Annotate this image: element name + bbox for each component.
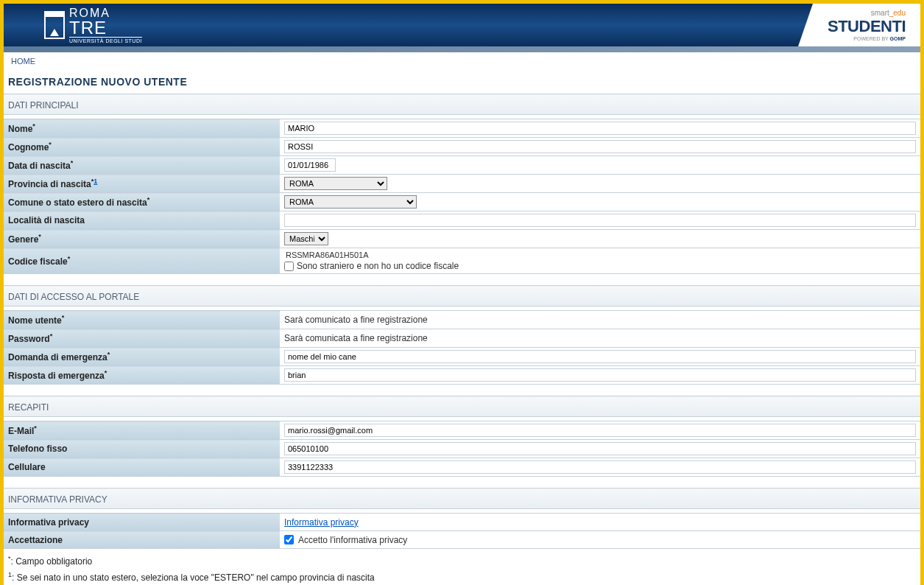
label-comune-nascita: Comune o stato estero di nascita* — [4, 193, 280, 211]
studenti-label: STUDENTI — [828, 17, 906, 36]
powered-label: POWERED BY — [853, 36, 889, 41]
label-accettazione: Accettazione — [4, 531, 280, 549]
footnote-estero: : Se sei nato in uno stato estero, selez… — [12, 572, 375, 583]
risposta-emergenza-input[interactable] — [284, 368, 916, 382]
edu-label: _edu — [889, 9, 906, 17]
provincia-select[interactable]: ROMA — [284, 177, 387, 190]
footnotes: *: Campo obbligatorio 1: Se sei nato in … — [4, 549, 920, 585]
gomp-label: GOMP — [890, 36, 906, 41]
label-email: E-Mail* — [4, 421, 280, 440]
cognome-input[interactable] — [284, 140, 916, 153]
codice-fiscale-value: RSSMRA86A01H501A — [284, 251, 916, 259]
label-data-nascita: Data di nascita* — [4, 156, 280, 175]
telefono-fisso-input[interactable] — [284, 442, 916, 455]
domanda-emergenza-input[interactable] — [284, 350, 916, 363]
label-codice-fiscale: Codice fiscale* — [4, 248, 280, 274]
nome-input[interactable] — [284, 122, 916, 135]
comune-select[interactable]: ROMA — [284, 195, 417, 209]
label-risposta-emergenza: Risposta di emergenza* — [4, 366, 280, 385]
label-informativa-privacy: Informativa privacy — [4, 514, 280, 531]
data-nascita-input[interactable] — [284, 158, 336, 172]
section-recapiti: RECAPITI — [4, 396, 920, 417]
label-telefono-fisso: Telefono fisso — [4, 440, 280, 458]
privacy-link[interactable]: Informativa privacy — [284, 517, 359, 528]
accetto-checkbox[interactable] — [284, 535, 294, 544]
label-domanda-emergenza: Domanda di emergenza* — [4, 348, 280, 366]
label-genere: Genere* — [4, 230, 280, 248]
breadcrumb: HOME — [4, 52, 920, 70]
straniero-label: Sono straniero e non ho un codice fiscal… — [297, 261, 459, 271]
label-nome-utente: Nome utente* — [4, 311, 280, 329]
label-nome: Nome* — [4, 119, 280, 138]
localita-input[interactable] — [284, 214, 916, 227]
label-localita-nascita: Località di nascita — [4, 211, 280, 230]
logo-text-tre: TRE — [69, 19, 142, 37]
breadcrumb-home[interactable]: HOME — [11, 57, 35, 66]
password-msg: Sarà comunicata a fine registrazione — [284, 332, 916, 345]
logo-text-sub: UNIVERSITÀ DEGLI STUDI — [69, 37, 142, 43]
cellulare-input[interactable] — [284, 460, 916, 474]
university-logo: ROMA TRE UNIVERSITÀ DEGLI STUDI — [44, 7, 142, 43]
section-dati-accesso: DATI DI ACCESSO AL PORTALE — [4, 286, 920, 306]
section-dati-principali: DATI PRINCIPALI — [4, 94, 920, 115]
genere-select[interactable]: Maschio — [284, 232, 328, 245]
header-banner: ROMA TRE UNIVERSITÀ DEGLI STUDI smart_ed… — [4, 4, 920, 46]
email-input[interactable] — [284, 424, 916, 437]
smart-label: smart — [871, 9, 889, 17]
nome-utente-msg: Sarà comunicato a fine registrazione — [284, 313, 916, 326]
header-divider — [4, 46, 920, 52]
logo-icon — [44, 11, 65, 39]
footnote-required: : Campo obbligatorio — [11, 556, 93, 567]
brand-studenti: smart_edu STUDENTI POWERED BY GOMP — [798, 4, 920, 46]
straniero-checkbox[interactable] — [284, 262, 294, 271]
label-cognome: Cognome* — [4, 138, 280, 156]
label-provincia-nascita: Provincia di nascita*1 — [4, 175, 280, 193]
section-privacy: INFORMATIVA PRIVACY — [4, 488, 920, 509]
accetto-label: Accetto l'informativa privacy — [298, 535, 407, 545]
page-title: REGISTRAZIONE NUOVO UTENTE — [4, 70, 920, 94]
label-cellulare: Cellulare — [4, 458, 280, 477]
label-password: Password* — [4, 329, 280, 348]
